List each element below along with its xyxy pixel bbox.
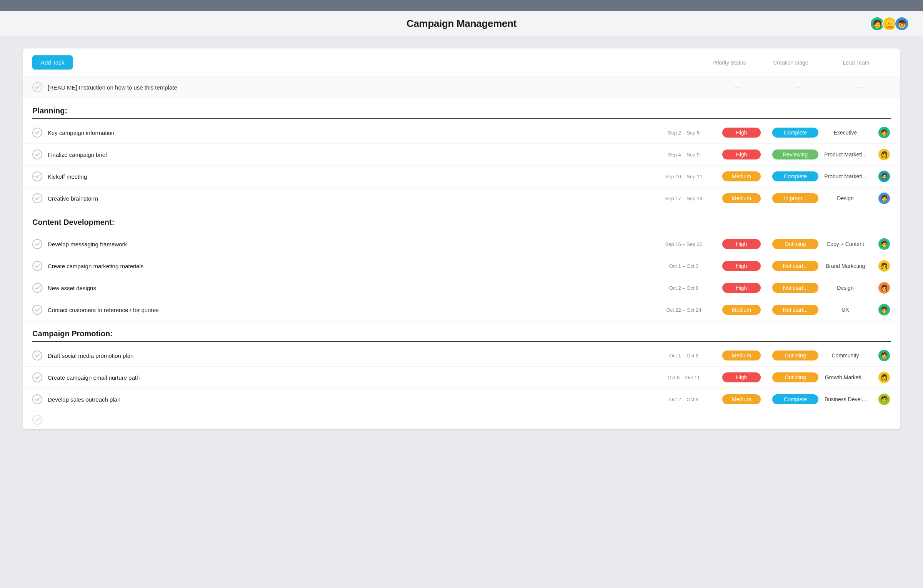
- task-check-icon: [32, 128, 42, 138]
- task-check-icon: [32, 415, 42, 425]
- task-team: Growth Marketi...: [818, 374, 872, 380]
- task-date: Oct 1 – Oct 8: [657, 353, 711, 359]
- sections-container: Planning:Key campaign informationSep 2 –…: [23, 98, 900, 429]
- status-badge[interactable]: Not start...: [772, 283, 818, 293]
- avatar-3[interactable]: 👦: [895, 17, 909, 31]
- task-row[interactable]: Contact customers to reference / for quo…: [23, 299, 900, 321]
- task-date: Sep 16 – Sep 20: [657, 241, 711, 247]
- task-team: Product Marketi...: [818, 173, 872, 179]
- task-panel: Add Task Priority Status Creation stage …: [23, 48, 900, 429]
- priority-badge[interactable]: High: [722, 283, 761, 293]
- task-name: Develop sales outreach plan: [48, 396, 657, 403]
- section-title-0: Planning:: [23, 98, 900, 118]
- task-check-icon: [32, 372, 42, 382]
- task-avatar: 🧔: [878, 170, 891, 183]
- task-name: Create campaign email nurture path: [48, 374, 657, 381]
- task-row[interactable]: Key campaign informationSep 2 – Sep 5Hig…: [23, 122, 900, 144]
- task-avatar: 👩: [878, 371, 891, 384]
- task-row[interactable]: Creative brainstormSep 17 – Sep 19Medium…: [23, 188, 900, 209]
- task-check-icon: [32, 171, 42, 181]
- status-badge[interactable]: Outlining: [772, 350, 818, 360]
- priority-badge[interactable]: Medium: [722, 394, 761, 404]
- task-row[interactable]: New asset designsOct 2 – Oct 8HighNot st…: [23, 277, 900, 299]
- status-badge[interactable]: Reviewing: [772, 149, 818, 159]
- task-team: Brand Marketing: [818, 263, 872, 269]
- task-avatar: 🧑: [878, 192, 891, 205]
- priority-badge[interactable]: High: [722, 149, 761, 159]
- add-task-button[interactable]: Add Task: [32, 55, 73, 70]
- task-team: Product Marketi...: [818, 151, 872, 158]
- task-team: Design: [818, 195, 872, 201]
- task-row[interactable]: Draft social media promotion planOct 1 –…: [23, 345, 900, 367]
- priority-badge[interactable]: Medium: [722, 193, 761, 203]
- task-check-icon: [32, 239, 42, 249]
- priority-badge[interactable]: High: [722, 239, 761, 249]
- status-badge[interactable]: Complete: [772, 394, 818, 404]
- status-badge[interactable]: Not start...: [772, 261, 818, 271]
- task-team: Copy + Content: [818, 241, 872, 247]
- task-row[interactable]: Kickoff meetingSep 10 – Sep 11MediumComp…: [23, 166, 900, 188]
- read-me-label: [READ ME] Instruction on how to use this…: [48, 84, 706, 91]
- dash-2: —: [768, 83, 829, 91]
- header-avatars: 🧑 👱 👦: [870, 17, 909, 31]
- task-date: Oct 2 – Oct 8: [657, 285, 711, 291]
- task-row[interactable]: Create campaign email nurture pathOct 8 …: [23, 367, 900, 389]
- status-badge[interactable]: In progr...: [772, 193, 818, 203]
- section-title-2: Campaign Promotion:: [23, 321, 900, 341]
- task-avatar: 👩: [878, 259, 891, 272]
- panel-header: Add Task Priority Status Creation stage …: [23, 48, 900, 77]
- section-2: Campaign Promotion:Draft social media pr…: [23, 321, 900, 429]
- header: Campaign Management 🧑 👱 👦: [0, 11, 923, 37]
- task-check-icon: [32, 149, 42, 159]
- task-name: Create campaign marketing materials: [48, 263, 657, 269]
- main-content: Add Task Priority Status Creation stage …: [0, 37, 923, 588]
- section-divider-2: [32, 341, 891, 342]
- section-1: Content Development:Develop messaging fr…: [23, 209, 900, 321]
- task-row[interactable]: Create campaign marketing materialsOct 1…: [23, 255, 900, 277]
- status-badge[interactable]: Complete: [772, 171, 818, 181]
- task-name: New asset designs: [48, 285, 657, 291]
- status-badge[interactable]: Outlining: [772, 239, 818, 249]
- priority-badge[interactable]: High: [722, 372, 761, 382]
- task-row[interactable]: Develop sales outreach planOct 2 – Oct 9…: [23, 389, 900, 410]
- section-divider-0: [32, 118, 891, 119]
- col-creation: Creation stage: [760, 60, 821, 66]
- status-badge[interactable]: Outlining: [772, 372, 818, 382]
- task-date: Oct 2 – Oct 9: [657, 397, 711, 402]
- task-name: Develop messaging framework: [48, 241, 657, 247]
- task-avatar: 🧑: [878, 303, 891, 316]
- task-avatar: 👩: [878, 148, 891, 161]
- task-check-icon: [32, 283, 42, 293]
- task-team: Executive: [818, 130, 872, 136]
- task-date: Sep 4 – Sep 9: [657, 152, 711, 158]
- task-date: Sep 17 – Sep 19: [657, 196, 711, 201]
- task-team: Design: [818, 285, 872, 291]
- task-avatar: 👩: [878, 281, 891, 294]
- task-check-icon: [32, 305, 42, 315]
- section-divider-1: [32, 230, 891, 230]
- task-avatar: 🧑: [878, 393, 891, 406]
- task-team: Business Devel...: [818, 396, 872, 402]
- priority-badge[interactable]: Medium: [722, 350, 761, 360]
- task-date: Sep 10 – Sep 11: [657, 174, 711, 179]
- priority-badge[interactable]: Medium: [722, 305, 761, 315]
- priority-badge[interactable]: High: [722, 128, 761, 138]
- task-row-partial: [23, 410, 900, 429]
- status-badge[interactable]: Complete: [772, 128, 818, 138]
- task-avatar: 🧑: [878, 349, 891, 362]
- task-row[interactable]: Develop messaging frameworkSep 16 – Sep …: [23, 233, 900, 255]
- task-team: UX: [818, 307, 872, 313]
- task-avatar: 🧑: [878, 126, 891, 139]
- priority-badge[interactable]: High: [722, 261, 761, 271]
- task-row[interactable]: Finalize campaign briefSep 4 – Sep 9High…: [23, 144, 900, 166]
- col-priority: Priority Status: [698, 60, 760, 66]
- status-badge[interactable]: Not start...: [772, 305, 818, 315]
- read-me-row[interactable]: [READ ME] Instruction on how to use this…: [23, 77, 900, 98]
- task-name: Draft social media promotion plan: [48, 352, 657, 359]
- priority-badge[interactable]: Medium: [722, 171, 761, 181]
- task-name: Creative brainstorm: [48, 195, 657, 202]
- task-name: Key campaign information: [48, 130, 657, 136]
- task-avatar: 🧑: [878, 238, 891, 251]
- task-check-icon: [32, 350, 42, 360]
- section-title-1: Content Development:: [23, 209, 900, 230]
